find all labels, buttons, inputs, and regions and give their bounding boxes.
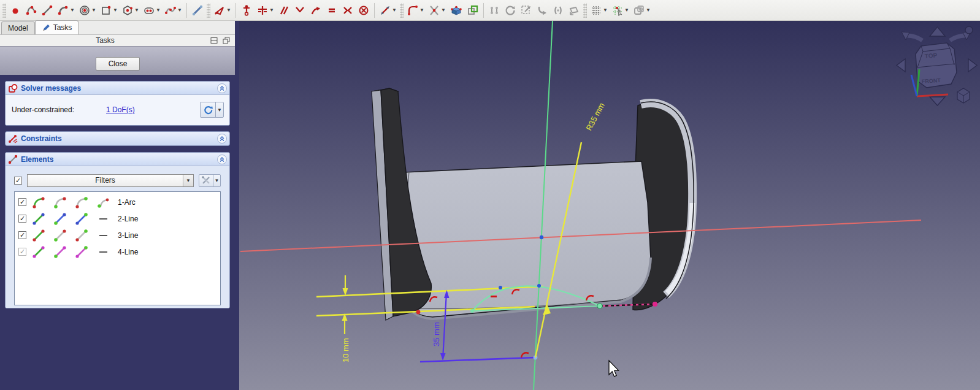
auto-update-dropdown-arrow[interactable]: ▼: [215, 102, 223, 117]
trim-tool-button[interactable]: ▼: [426, 2, 448, 19]
render-order-button[interactable]: ▼: [631, 2, 653, 19]
vertex-magenta[interactable]: [653, 302, 657, 307]
height-dimension-label[interactable]: 35 mm: [432, 322, 441, 346]
external-geometry-button[interactable]: [189, 2, 205, 19]
element-row-line2[interactable]: ✓ 2-Lin: [18, 210, 220, 227]
constrain-tangent-button[interactable]: [308, 2, 324, 19]
fillet-tool-button[interactable]: ▼: [405, 2, 426, 19]
line-edge-icon[interactable]: [32, 229, 45, 242]
solver-collapse-button[interactable]: [217, 83, 227, 93]
constrain-coincident-button[interactable]: ▼: [212, 2, 233, 19]
symmetry-tool-button[interactable]: [550, 2, 566, 19]
circle-dropdown-arrow[interactable]: ▼: [91, 7, 96, 13]
close-button[interactable]: Close: [96, 57, 140, 71]
constraints-header[interactable]: Constraints: [6, 132, 229, 145]
arc-edge-icon[interactable]: [32, 196, 45, 209]
rectangular-array-button[interactable]: [566, 2, 582, 19]
line-end-point-icon[interactable]: [75, 245, 88, 259]
constrain-perpendicular-button[interactable]: [292, 2, 308, 19]
clone-tool-button[interactable]: [486, 2, 502, 19]
render-order-dropdown-arrow[interactable]: ▼: [646, 7, 651, 13]
arc-dropdown-arrow[interactable]: ▼: [70, 7, 75, 13]
filter-checkbox[interactable]: ✓: [14, 177, 22, 185]
element-row-arc[interactable]: ✓: [18, 194, 220, 210]
constrain-vertical-button[interactable]: [239, 2, 255, 19]
slot-dropdown-arrow[interactable]: ▼: [156, 7, 161, 13]
fillet-dropdown-arrow[interactable]: ▼: [419, 7, 424, 13]
filters-combobox[interactable]: Filters ▼: [27, 174, 194, 187]
toolbar-drag-handle[interactable]: [583, 3, 587, 18]
arc-tool-button[interactable]: ▼: [55, 2, 77, 19]
element-row-line3[interactable]: ✓ 3-Lin: [18, 227, 220, 243]
elements-settings-button[interactable]: [199, 175, 213, 186]
toolbar-drag-handle[interactable]: [400, 3, 404, 18]
bspline-dropdown-arrow[interactable]: ▼: [177, 7, 182, 13]
constrain-parallel-button[interactable]: [276, 2, 292, 19]
offset-dimension-label[interactable]: 10 mm: [341, 338, 350, 362]
tab-tasks[interactable]: Tasks: [35, 20, 79, 34]
validate-sketch-button[interactable]: [465, 2, 481, 19]
auto-update-button[interactable]: [201, 102, 215, 117]
arc-start-point-icon[interactable]: [53, 196, 67, 209]
line-start-point-icon[interactable]: [53, 245, 67, 259]
polygon-dropdown-arrow[interactable]: ▼: [134, 7, 139, 13]
auto-update-split-button[interactable]: ▼: [200, 102, 224, 118]
web-face[interactable]: [400, 161, 651, 317]
line-tool-button[interactable]: [39, 2, 55, 19]
vertex-green[interactable]: [597, 304, 602, 308]
arc-center-point-icon[interactable]: [96, 196, 110, 209]
elements-settings-split-button[interactable]: ▼: [199, 174, 221, 187]
circle-tool-button[interactable]: ▼: [77, 2, 98, 19]
dimension-dropdown-arrow[interactable]: ▼: [392, 7, 397, 13]
toggle-grid-button[interactable]: ▼: [588, 2, 610, 19]
dimension-tool-button[interactable]: ▼: [377, 2, 399, 19]
toolbar-drag-handle[interactable]: [207, 3, 210, 18]
origin-point[interactable]: [540, 235, 543, 239]
element-checkbox[interactable]: ✓: [18, 198, 26, 206]
horizontal-dropdown-arrow[interactable]: ▼: [269, 7, 274, 13]
nav-dot-button[interactable]: [965, 26, 973, 34]
bspline-tool-button[interactable]: ▼: [163, 2, 184, 19]
offset-tool-button[interactable]: [534, 2, 550, 19]
element-checkbox[interactable]: ✓: [18, 215, 26, 223]
rectangle-dropdown-arrow[interactable]: ▼: [113, 7, 118, 13]
dof-link[interactable]: 1 DoF(s): [106, 105, 135, 114]
point-tool-button[interactable]: [7, 2, 23, 19]
map-sketch-button[interactable]: [448, 2, 465, 19]
vertex-green[interactable]: [470, 309, 474, 313]
polyline-tool-button[interactable]: [23, 2, 39, 19]
line-start-point-icon[interactable]: [53, 212, 67, 226]
coincident-dropdown-arrow[interactable]: ▼: [226, 7, 231, 13]
vertex-blue[interactable]: [537, 284, 541, 288]
toggle-snap-button[interactable]: ▼: [610, 2, 631, 19]
constrain-equal-button[interactable]: [324, 2, 340, 19]
element-row-line4[interactable]: ✓ 4-Lin: [18, 243, 220, 260]
vertex-blue[interactable]: [499, 286, 502, 289]
grid-dropdown-arrow[interactable]: ▼: [603, 7, 608, 13]
filters-dropdown-arrow[interactable]: ▼: [183, 175, 193, 186]
constraints-collapse-button[interactable]: [217, 134, 227, 143]
line-end-point-icon[interactable]: [75, 229, 88, 242]
dock-undock-icon[interactable]: [223, 37, 230, 44]
vertex-red[interactable]: [416, 310, 421, 315]
line-edge-icon[interactable]: [32, 212, 45, 226]
constrain-symmetric-button[interactable]: [340, 2, 356, 19]
constrain-horizontal-button[interactable]: ▼: [255, 2, 276, 19]
elements-settings-dropdown-arrow[interactable]: ▼: [213, 175, 220, 186]
constrain-block-button[interactable]: [356, 2, 372, 19]
elements-collapse-button[interactable]: [217, 155, 227, 164]
3d-viewport[interactable]: R35 mm 10 mm 35 mm: [239, 21, 980, 390]
nav-cube-top-label[interactable]: TOP: [924, 52, 937, 59]
dock-float-icon[interactable]: [210, 37, 218, 44]
elements-header[interactable]: Elements: [6, 153, 229, 166]
rectangle-tool-button[interactable]: ▼: [98, 2, 120, 19]
navigation-cube[interactable]: TOP FRONT: [916, 43, 957, 88]
rotate-tool-button[interactable]: [502, 2, 518, 19]
element-checkbox-disabled[interactable]: ✓: [18, 248, 26, 256]
polygon-tool-button[interactable]: ▼: [120, 2, 141, 19]
tab-model[interactable]: Model: [1, 21, 35, 34]
element-checkbox[interactable]: ✓: [18, 231, 26, 239]
line-start-point-icon[interactable]: [53, 229, 67, 242]
line-end-point-icon[interactable]: [75, 212, 88, 226]
slot-tool-button[interactable]: ▼: [141, 2, 163, 19]
